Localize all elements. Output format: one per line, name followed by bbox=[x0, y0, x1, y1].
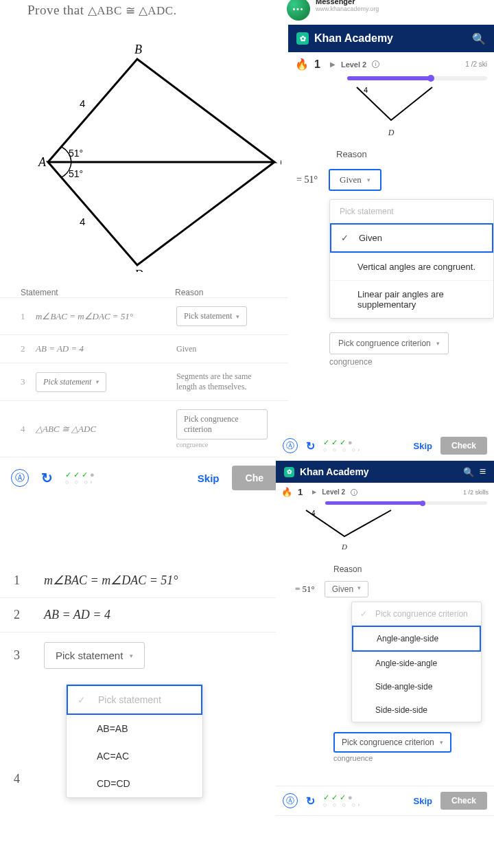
row-num: 1 bbox=[21, 311, 36, 322]
congruence-label: congruence bbox=[329, 357, 494, 367]
dd-header: Pick statement bbox=[330, 200, 493, 223]
dd-header: Pick congruence criterion bbox=[352, 602, 481, 626]
dd-option[interactable]: Vertical angles are congruent. bbox=[330, 253, 493, 280]
given-select[interactable]: Given▾ bbox=[325, 581, 368, 597]
ka-leaf-icon: ✿ bbox=[284, 467, 294, 477]
congruence-label: congruence bbox=[333, 754, 494, 762]
row-stmt: AB = AD = 4 bbox=[36, 343, 176, 354]
dd-option[interactable]: Angle-angle-side bbox=[352, 626, 481, 652]
check-button[interactable]: Check bbox=[440, 792, 487, 810]
search-icon[interactable]: 🔍 bbox=[463, 467, 474, 477]
check-button[interactable]: Check bbox=[440, 437, 487, 455]
redo-icon[interactable]: ↻ bbox=[306, 439, 315, 453]
ka-leaf-icon: ✿ bbox=[296, 32, 309, 45]
ka-brand: Khan Academy bbox=[314, 32, 393, 45]
level-row: 🔥 1 ▶ Level 2 i 1 /2 skills bbox=[276, 483, 494, 501]
row-reason: Segments are the same length as themselv… bbox=[176, 372, 268, 392]
progress-bar bbox=[325, 501, 487, 505]
search-icon[interactable]: 🔍 bbox=[472, 32, 486, 45]
menu-icon[interactable]: ≡ bbox=[480, 466, 486, 478]
mini-D-label: D bbox=[288, 128, 494, 138]
dd-option[interactable]: Linear pair angles are supplementary bbox=[330, 280, 493, 318]
skip-button[interactable]: Skip bbox=[198, 472, 220, 484]
chevron-down-icon: ▾ bbox=[236, 313, 239, 320]
proof-row: 2 AB = AD = 4 Given bbox=[0, 334, 288, 363]
skill-fraction: 1 /2 skills bbox=[463, 489, 489, 496]
label-ab: 4 bbox=[80, 98, 85, 109]
chevron-down-icon: ▾ bbox=[440, 739, 443, 746]
play-icon[interactable]: ▶ bbox=[312, 489, 316, 495]
label-D: D bbox=[134, 268, 143, 272]
title-prefix: Prove that bbox=[27, 3, 88, 17]
eq-text: = 51° bbox=[296, 174, 318, 185]
level-label: Level 2 bbox=[341, 60, 366, 69]
col-reason: Reason bbox=[175, 288, 203, 297]
figure-triangles: A B C D 4 4 51° 51° bbox=[21, 25, 281, 272]
flame-icon: 🔥 bbox=[281, 487, 292, 497]
check-button[interactable]: Che bbox=[232, 466, 277, 490]
pick-congruence-button[interactable]: Pick congruence criterion▾ bbox=[329, 332, 449, 354]
messenger-url: www.khanacademy.org bbox=[316, 5, 379, 12]
dd-option[interactable]: Angle-side-angle bbox=[352, 652, 481, 675]
chevron-down-icon: ▾ bbox=[436, 340, 440, 347]
ka-header: ✿ Khan Academy 🔍 ≡ bbox=[276, 461, 494, 483]
proof-row: 3 Pick statement▾ bbox=[0, 632, 276, 678]
skip-button[interactable]: Skip bbox=[414, 441, 432, 451]
ka-header: ✿ Khan Academy 🔍 bbox=[288, 25, 494, 52]
messenger-labels: Messenger www.khanacademy.org bbox=[316, 0, 379, 12]
info-icon[interactable]: i bbox=[351, 489, 357, 496]
row-num: 4 bbox=[21, 424, 36, 435]
row-num: 3 bbox=[14, 648, 44, 663]
pick-congruence-button[interactable]: Pick congruence criterion▾ bbox=[333, 732, 451, 753]
draw-icon[interactable]: Ⓐ bbox=[11, 469, 29, 487]
eq-line: = 51° Given▾ bbox=[288, 169, 494, 191]
streak-count: 1 bbox=[298, 487, 303, 497]
progress-bar bbox=[347, 76, 487, 80]
eq-text: = 51° bbox=[295, 584, 315, 595]
draw-icon[interactable]: Ⓐ bbox=[283, 438, 298, 453]
svg-text:4: 4 bbox=[364, 86, 368, 94]
dd-option[interactable]: AB=AB bbox=[67, 715, 202, 742]
draw-icon[interactable]: Ⓐ bbox=[283, 793, 298, 808]
row-num: 4 bbox=[14, 772, 44, 786]
col-statement: Statement bbox=[21, 288, 175, 297]
proof-row: 4 bbox=[0, 762, 276, 796]
dd-option[interactable]: Given bbox=[330, 223, 493, 253]
label-ang2: 51° bbox=[69, 168, 83, 179]
proof-row: 1 m∠BAC = m∠DAC = 51° bbox=[0, 563, 276, 598]
pick-statement-button[interactable]: Pick statement▾ bbox=[176, 306, 247, 326]
info-icon[interactable]: i bbox=[372, 60, 379, 68]
proof-row: 3 Pick statement▾ Segments are the same … bbox=[0, 363, 288, 400]
row-num: 2 bbox=[21, 343, 36, 354]
label-A: A bbox=[38, 155, 47, 169]
chevron-down-icon: ▾ bbox=[130, 652, 133, 659]
panel-problem: Prove that △ABC ≅ △ADC. A B C D 4 4 51° … bbox=[0, 0, 288, 499]
action-bar: Ⓐ ↻ ✓✓✓● ○ ○ ○› Skip Che bbox=[0, 457, 288, 499]
chevron-down-icon: ▾ bbox=[357, 584, 361, 594]
mini-figure: 4 bbox=[288, 83, 494, 124]
mini-D-label: D bbox=[342, 542, 494, 551]
label-B: B bbox=[134, 43, 142, 56]
reason-heading: Reason bbox=[333, 564, 494, 574]
ka-brand: Khan Academy bbox=[300, 466, 369, 477]
dd-option[interactable]: Side-angle-side bbox=[352, 675, 481, 698]
messenger-bubble[interactable]: ••• Messenger www.khanacademy.org bbox=[285, 0, 311, 22]
label-C: C bbox=[280, 155, 281, 169]
pick-congruence-button[interactable]: Pick congruence criterion bbox=[176, 409, 268, 439]
action-bar: Ⓐ ↻ ✓✓✓● ○ ○ ○ ○› Skip Check bbox=[276, 786, 494, 816]
row-num: 1 bbox=[14, 573, 44, 588]
redo-icon[interactable]: ↻ bbox=[306, 795, 315, 808]
skill-fraction: 1 /2 ski bbox=[465, 60, 487, 68]
chevron-down-icon: ▾ bbox=[95, 378, 99, 385]
dd-option[interactable]: Side-side-side bbox=[352, 698, 481, 722]
level-label: Level 2 bbox=[322, 488, 345, 496]
row-stmt: △ABC ≅ △ADC bbox=[36, 424, 176, 435]
pick-statement-button[interactable]: Pick statement▾ bbox=[36, 372, 106, 392]
redo-icon[interactable]: ↻ bbox=[41, 470, 53, 486]
play-icon[interactable]: ▶ bbox=[330, 60, 336, 68]
flame-icon: 🔥 bbox=[295, 58, 309, 71]
row-reason: Given bbox=[176, 344, 268, 354]
pick-statement-button[interactable]: Pick statement▾ bbox=[44, 642, 145, 669]
given-select[interactable]: Given▾ bbox=[329, 169, 381, 191]
skip-button[interactable]: Skip bbox=[414, 796, 432, 806]
